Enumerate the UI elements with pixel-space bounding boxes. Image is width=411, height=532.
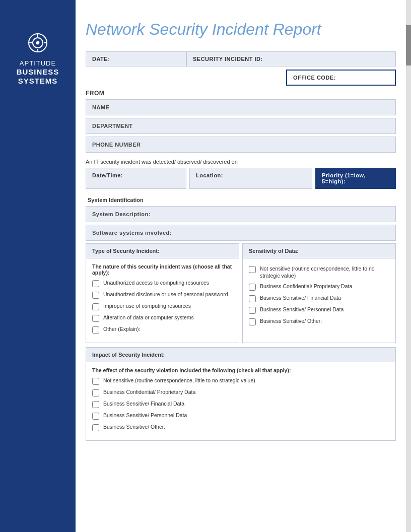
checkbox-imp1[interactable]	[92, 378, 99, 385]
security-id-label: SECURITY INCIDENT ID:	[186, 51, 396, 66]
list-item[interactable]: Business Sensitive/ Personnel Data	[92, 412, 389, 420]
brand-business: BUSINESS	[17, 68, 59, 77]
from-label: FROM	[86, 90, 396, 97]
checkbox-imp4[interactable]	[92, 413, 99, 420]
list-item[interactable]: Business Sensitive/ Financial Data	[92, 401, 389, 408]
list-item[interactable]: Business Confidential/ Proprietary Data	[249, 283, 389, 291]
svg-point-2	[36, 41, 39, 44]
list-item[interactable]: Improper use of computing resources	[92, 303, 233, 310]
checkbox-sd4[interactable]	[249, 307, 256, 314]
list-item[interactable]: Not sensitive (routine correspondence, l…	[249, 265, 389, 279]
sensitivity-panel: Sensitivity of Data: Not sensitive (rout…	[242, 243, 396, 343]
checkbox-si4[interactable]	[92, 315, 99, 322]
location-label: Location:	[189, 168, 312, 189]
datetime-label: Date/Time:	[86, 168, 186, 189]
list-item[interactable]: Business Sensitive/ Other:	[249, 318, 389, 325]
list-item[interactable]: Unauthorized access to computing resourc…	[92, 280, 233, 287]
checkbox-sd3[interactable]	[249, 295, 256, 302]
brand-text: APTITUDE BUSINESS SYSTEMS	[17, 59, 59, 86]
checkbox-label-si5: Other (Explain):	[103, 326, 141, 333]
office-code-label: OFFICE CODE:	[286, 70, 396, 86]
sensitivity-header: Sensitivity of Data:	[243, 244, 395, 258]
impact-checkboxes: Not sensitive (routine correspondence, l…	[92, 377, 389, 431]
checkbox-label-si2: Unauthorized disclosure or use of person…	[103, 291, 228, 298]
list-item[interactable]: Other (Explain):	[92, 326, 233, 334]
checkbox-label-sd4: Business Sensitive/ Personnel Data	[260, 306, 344, 313]
checkbox-label-si1: Unauthorized access to computing resourc…	[103, 280, 209, 287]
checkbox-si5[interactable]	[92, 326, 99, 334]
list-item[interactable]: Business Confidential/ Proprietary Data	[92, 389, 389, 396]
brand-aptitude: APTITUDE	[17, 59, 59, 68]
security-incident-nature-text: The nature of this security incident was…	[92, 263, 233, 276]
phone-field: PHONE NUMBER	[86, 137, 396, 153]
software-systems-field: Software systems involved:	[86, 225, 396, 241]
checkbox-label-si4: Alteration of data or computer systems	[103, 314, 194, 321]
list-item[interactable]: Business Sensitive/ Financial Data	[249, 295, 389, 302]
checkbox-si3[interactable]	[92, 303, 99, 310]
checkbox-label-imp1: Not sensitive (routine correspondence, l…	[103, 377, 255, 384]
checkbox-sd5[interactable]	[249, 318, 256, 325]
office-code-row: OFFICE CODE:	[86, 70, 396, 86]
checkbox-label-sd1: Not sensitive (routine correspondence, l…	[260, 265, 389, 279]
list-item[interactable]: Not sensitive (routine correspondence, l…	[92, 377, 389, 385]
scrollbar[interactable]	[406, 0, 411, 532]
list-item[interactable]: Business Sensitive/ Other:	[92, 424, 389, 431]
checkbox-label-imp3: Business Sensitive/ Financial Data	[103, 401, 184, 408]
security-incident-panel: Type of Security Incident: The nature of…	[86, 243, 239, 343]
main-content: Network Security Incident Report DATE: S…	[76, 0, 406, 465]
page-title: Network Security Incident Report	[86, 20, 396, 39]
checkbox-label-imp5: Business Sensitive/ Other:	[103, 424, 165, 431]
checkbox-si1[interactable]	[92, 280, 99, 287]
list-item[interactable]: Unauthorized disclosure or use of person…	[92, 291, 233, 299]
list-item[interactable]: Business Sensitive/ Personnel Data	[249, 306, 389, 314]
checkbox-imp3[interactable]	[92, 401, 99, 408]
impact-body: The effect of the security violation inc…	[86, 362, 395, 440]
date-security-row: DATE: SECURITY INCIDENT ID:	[86, 51, 396, 66]
checkbox-label-sd5: Business Sensitive/ Other:	[260, 318, 322, 325]
name-field: NAME	[86, 99, 396, 115]
impact-intro: The effect of the security violation inc…	[92, 367, 389, 373]
checkbox-imp5[interactable]	[92, 424, 99, 431]
priority-label: Priority (1=low, 5=high):	[315, 168, 396, 189]
checkbox-label-sd2: Business Confidential/ Proprietary Data	[260, 283, 352, 290]
security-incident-header: Type of Security Incident:	[86, 244, 239, 258]
dual-panel: Type of Security Incident: The nature of…	[86, 243, 396, 343]
impact-section: Impact of Security Incident: The effect …	[86, 347, 396, 441]
sensitivity-checkboxes: Not sensitive (routine correspondence, l…	[249, 265, 389, 325]
scrollbar-thumb[interactable]	[406, 25, 411, 65]
checkbox-label-si3: Improper use of computing resources	[103, 303, 191, 310]
detection-row: Date/Time: Location: Priority (1=low, 5=…	[86, 168, 396, 189]
incident-text: An IT security incident was detected/ ob…	[86, 159, 396, 165]
security-incident-body: The nature of this security incident was…	[86, 258, 239, 343]
sensitivity-body: Not sensitive (routine correspondence, l…	[243, 258, 395, 335]
department-field: DEPARTMENT	[86, 118, 396, 134]
checkbox-label-imp4: Business Sensitive/ Personnel Data	[103, 412, 187, 419]
checkbox-sd1[interactable]	[249, 266, 256, 273]
brand-systems: SYSTEMS	[17, 77, 59, 86]
sidebar: APTITUDE BUSINESS SYSTEMS	[0, 0, 76, 532]
list-item[interactable]: Alteration of data or computer systems	[92, 314, 233, 322]
security-incident-checkboxes: Unauthorized access to computing resourc…	[92, 280, 233, 334]
checkbox-imp2[interactable]	[92, 389, 99, 396]
checkbox-label-sd3: Business Sensitive/ Financial Data	[260, 295, 341, 302]
impact-header: Impact of Security Incident:	[86, 348, 395, 362]
checkbox-sd2[interactable]	[249, 284, 256, 291]
target-icon	[25, 30, 50, 55]
system-identification-header: System Identification	[86, 194, 396, 206]
date-label: DATE:	[86, 51, 186, 66]
system-description-field: System Description:	[86, 206, 396, 222]
checkbox-label-imp2: Business Confidential/ Proprietary Data	[103, 389, 195, 396]
checkbox-si2[interactable]	[92, 292, 99, 299]
